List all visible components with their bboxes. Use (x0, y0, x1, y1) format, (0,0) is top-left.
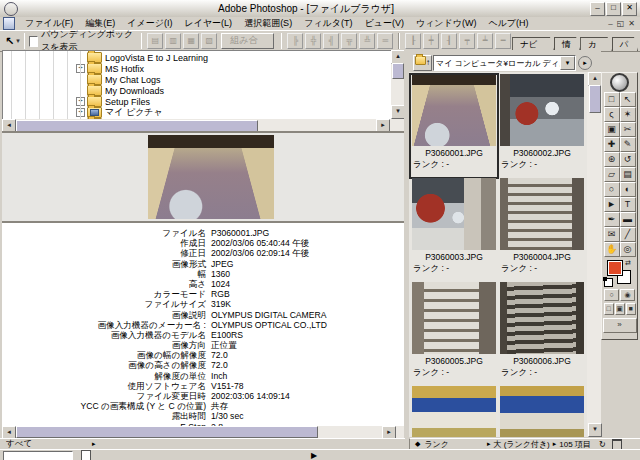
rotate-icon[interactable]: ↻ (599, 440, 606, 449)
eyedropper-tool[interactable]: ╱ (620, 227, 636, 242)
menu-item[interactable]: ビュー(V) (358, 17, 409, 30)
notes-tool[interactable]: ✉ (604, 227, 620, 242)
tree-item[interactable]: My Chat Logs (76, 74, 392, 85)
thumbnail-image[interactable] (500, 178, 584, 250)
sort-by-label[interactable]: ランク (424, 439, 449, 450)
thumbnail-image[interactable] (412, 282, 496, 354)
preview-image[interactable] (148, 135, 274, 219)
thumbnail-item[interactable]: P3060001.JPG ランク : - (410, 74, 498, 178)
minimize-button[interactable]: – (590, 2, 605, 16)
scroll-down-icon[interactable]: ▾ (588, 423, 602, 437)
scroll-up-icon[interactable]: ▴ (391, 50, 405, 64)
menu-arrow-icon[interactable]: ▸ (553, 440, 557, 448)
tree-item-label[interactable]: Setup Files (105, 97, 150, 107)
zoom-tool[interactable]: ◎ (620, 242, 636, 257)
tree-item[interactable]: LogoVista E to J Learning (76, 52, 392, 63)
tree-item[interactable]: + MS Hotfix (76, 63, 392, 74)
swap-colors-icon[interactable]: ⇄ (625, 259, 631, 267)
menu-item[interactable]: フィルタ(T) (298, 17, 358, 30)
menu-item[interactable]: ヘルプ(H) (482, 17, 534, 30)
blur-tool[interactable]: ○ (604, 182, 620, 197)
scroll-down-icon[interactable]: ▾ (391, 105, 405, 119)
menu-arrow-icon[interactable]: ▸ (92, 440, 96, 448)
scroll-up-icon[interactable]: ▴ (588, 72, 602, 86)
thumbnail-item[interactable]: P3060005.JPG ランク : - (410, 282, 498, 386)
tree-item-label[interactable]: My Chat Logs (105, 75, 161, 85)
thumbnail-item[interactable]: P3060003.JPG ランク : - (410, 178, 498, 282)
thumbnail-image[interactable] (412, 74, 496, 146)
clone-stamp-tool[interactable]: ⊛ (604, 152, 620, 167)
standard-mode-button[interactable]: ○ (604, 289, 619, 301)
toolbox-logo[interactable] (602, 73, 637, 92)
file-browser-doc-icon[interactable] (3, 17, 15, 30)
close-button[interactable]: ✕ (622, 2, 637, 16)
thumbnail-item[interactable]: P3060002.JPG ランク : - (498, 74, 586, 178)
tool-preset-picker[interactable]: ↖ ▾ (5, 35, 20, 48)
jump-to-imageready-button[interactable]: » (603, 318, 637, 333)
sort-icon[interactable]: ◆ (415, 440, 420, 448)
fullscreen-menubar-button[interactable]: ▣ (615, 303, 625, 315)
menu-item[interactable]: レイヤー(L) (178, 17, 238, 30)
browser-menu-button[interactable]: ▸ (578, 56, 592, 70)
thumbnail-item[interactable] (498, 386, 586, 437)
standard-screen-button[interactable]: □ (604, 303, 614, 315)
shape-tool[interactable]: ▬ (620, 212, 636, 227)
palette-tab[interactable]: カラー (580, 37, 611, 51)
menu-arrow-icon[interactable]: ▸ (487, 440, 491, 448)
palette-tab[interactable]: パス (612, 37, 638, 51)
maximize-button[interactable]: □ (606, 2, 621, 16)
tree-vertical-scrollbar[interactable]: ▴ ▾ (391, 50, 404, 119)
thumbnail-item[interactable]: P3060006.JPG ランク : - (498, 282, 586, 386)
scrollbar-thumb[interactable] (589, 85, 601, 113)
status-popup-arrow-icon[interactable]: ▶ (311, 451, 317, 460)
window-titlebar[interactable]: Adobe Photoshop - [ファイルブラウザ] – □ ✕ (0, 0, 640, 18)
thumbnail-image[interactable] (500, 282, 584, 354)
menu-item[interactable]: ウィンドウ(W) (410, 17, 483, 30)
tree-item-label[interactable]: LogoVista E to J Learning (105, 53, 208, 63)
thumbnail-image[interactable] (412, 386, 496, 437)
checkbox-box[interactable] (29, 36, 38, 47)
brush-tool[interactable]: ✎ (620, 137, 636, 152)
doc-restore-button[interactable]: ◱ (617, 19, 625, 28)
thumbnail-image[interactable] (500, 74, 584, 146)
magic-wand-tool[interactable]: ✶ (620, 107, 636, 122)
thumbnail-rank[interactable]: ランク : - (410, 159, 498, 171)
tree-item[interactable]: My Downloads (76, 85, 392, 96)
scrollbar-thumb[interactable] (16, 426, 318, 438)
rectangular-marquee-tool[interactable]: □ (604, 92, 620, 107)
view-size-label[interactable]: 大 (ランク付き) (493, 439, 549, 450)
gradient-tool[interactable]: ▤ (620, 167, 636, 182)
scrollbar-thumb[interactable] (392, 63, 404, 79)
location-combobox[interactable]: マイ コンピュータ¥ローカル ディスク (C:)¥Documents an...… (433, 55, 576, 71)
thumbnail-item[interactable] (410, 386, 498, 437)
fullscreen-button[interactable]: ■ (626, 303, 636, 315)
tree-item-label[interactable]: MS Hotfix (105, 64, 144, 74)
slice-tool[interactable]: ✂ (620, 122, 636, 137)
hand-tool[interactable]: ✋ (604, 242, 620, 257)
thumbnail-rank[interactable]: ランク : - (410, 367, 498, 379)
metadata-horizontal-scrollbar[interactable]: ◂ ▸ (2, 426, 404, 438)
thumbnail-item[interactable]: P3060004.JPG ランク : - (498, 178, 586, 282)
palette-tab[interactable]: 情報 (554, 37, 580, 51)
default-colors-icon[interactable] (604, 278, 613, 287)
combo-dropdown-icon[interactable]: ▾ (560, 56, 575, 70)
path-selection-tool[interactable]: ► (604, 197, 620, 212)
pen-tool[interactable]: ✒ (604, 212, 620, 227)
zoom-percentage-field[interactable] (3, 451, 73, 460)
browser-vertical-scrollbar[interactable]: ▴ ▾ (587, 72, 601, 437)
foreground-color-swatch[interactable] (607, 260, 623, 276)
quick-mask-button[interactable]: ◉ (620, 289, 635, 301)
type-tool[interactable]: T (620, 197, 636, 212)
thumbnail-rank[interactable]: ランク : - (498, 263, 586, 275)
menu-item[interactable]: 選択範囲(S) (238, 17, 298, 30)
doc-close-button[interactable]: ✕ (628, 19, 635, 28)
thumbnail-rank[interactable]: ランク : - (498, 159, 586, 171)
document-info-icon[interactable] (81, 450, 91, 460)
tree-item-label[interactable]: My Downloads (105, 86, 164, 96)
healing-brush-tool[interactable]: ✚ (604, 137, 620, 152)
dodge-tool[interactable]: ◐ (620, 182, 636, 197)
thumbnail-rank[interactable]: ランク : - (498, 367, 586, 379)
eraser-tool[interactable]: ▱ (604, 167, 620, 182)
palette-tab[interactable]: ナビゲータ (512, 37, 554, 51)
doc-minimize-button[interactable]: – (608, 19, 612, 28)
